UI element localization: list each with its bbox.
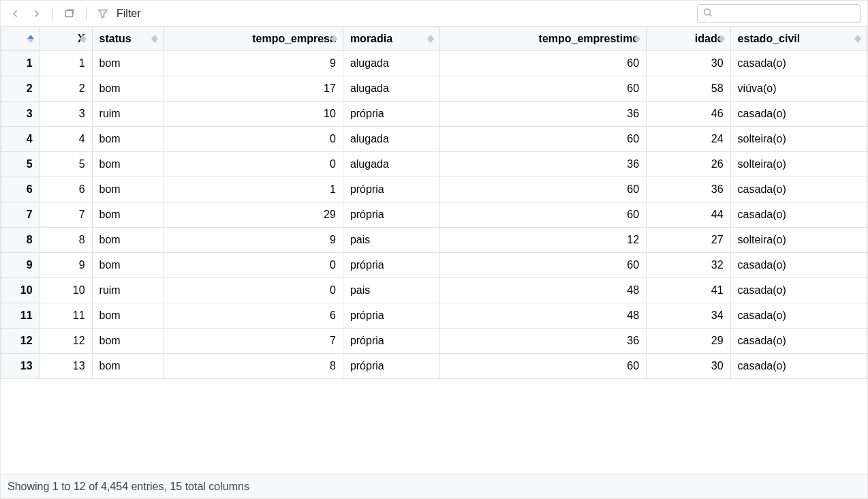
table-row[interactable]: 77bom29própria6044casada(o) bbox=[1, 202, 867, 228]
data-table: X status tempo_empresa moradia tempo_emp… bbox=[1, 27, 867, 379]
table-viewport[interactable]: X status tempo_empresa moradia tempo_emp… bbox=[1, 27, 867, 474]
table-body: 11bom9alugada6030casada(o)22bom17alugada… bbox=[1, 51, 867, 379]
table-row[interactable]: 99bom0própria6032casada(o) bbox=[1, 253, 867, 278]
cell-estado_civil: casada(o) bbox=[730, 354, 867, 379]
cell-status: bom bbox=[92, 152, 164, 177]
cell-estado_civil: solteira(o) bbox=[730, 228, 867, 253]
cell-tempo_empresa: 1 bbox=[164, 177, 343, 202]
cell-tempo_empresa: 0 bbox=[164, 253, 343, 278]
cell-tempo_empresa: 0 bbox=[164, 152, 343, 177]
cell-tempo_emprestimo: 60 bbox=[439, 76, 647, 102]
cell-tempo_emprestimo: 60 bbox=[439, 253, 647, 278]
column-label: moradia bbox=[350, 33, 392, 44]
cell-tempo_empresa: 9 bbox=[164, 228, 343, 253]
cell-status: bom bbox=[92, 127, 164, 152]
cell-tempo_emprestimo: 36 bbox=[439, 152, 647, 177]
cell-idade: 30 bbox=[647, 354, 730, 379]
cell-idade: 26 bbox=[647, 152, 730, 177]
cell-estado_civil: casada(o) bbox=[730, 303, 867, 329]
cell-moradia: alugada bbox=[343, 152, 439, 177]
cell-rownum: 2 bbox=[1, 76, 40, 102]
column-header-status[interactable]: status bbox=[92, 27, 164, 51]
cell-rownum: 4 bbox=[1, 127, 40, 152]
cell-estado_civil: casada(o) bbox=[730, 278, 867, 303]
table-row[interactable]: 88bom9pais1227solteira(o) bbox=[1, 228, 867, 253]
cell-estado_civil: casada(o) bbox=[730, 51, 867, 76]
cell-moradia: própria bbox=[343, 329, 439, 354]
column-header-moradia[interactable]: moradia bbox=[343, 27, 439, 51]
cell-idade: 29 bbox=[647, 329, 730, 354]
column-label: tempo_empresa bbox=[252, 33, 336, 44]
cell-moradia: própria bbox=[343, 303, 439, 329]
open-in-window-button[interactable] bbox=[61, 5, 78, 22]
cell-x: 7 bbox=[40, 202, 92, 228]
cell-estado_civil: viúva(o) bbox=[730, 76, 867, 102]
cell-idade: 32 bbox=[647, 253, 730, 278]
cell-status: bom bbox=[92, 76, 164, 102]
table-row[interactable]: 1111bom6própria4834casada(o) bbox=[1, 303, 867, 329]
cell-x: 2 bbox=[40, 76, 92, 102]
column-header-idade[interactable]: idade bbox=[647, 27, 730, 51]
cell-idade: 24 bbox=[647, 127, 730, 152]
cell-x: 8 bbox=[40, 228, 92, 253]
cell-tempo_emprestimo: 12 bbox=[439, 228, 647, 253]
table-row[interactable]: 1212bom7própria3629casada(o) bbox=[1, 329, 867, 354]
cell-x: 12 bbox=[40, 329, 92, 354]
cell-idade: 44 bbox=[647, 202, 730, 228]
toolbar-separator bbox=[52, 7, 53, 20]
cell-tempo_empresa: 6 bbox=[164, 303, 343, 329]
table-row[interactable]: 22bom17alugada6058viúva(o) bbox=[1, 76, 867, 102]
filter-icon[interactable] bbox=[95, 5, 111, 22]
cell-estado_civil: solteira(o) bbox=[730, 127, 867, 152]
table-row[interactable]: 44bom0alugada6024solteira(o) bbox=[1, 127, 867, 152]
search-input[interactable] bbox=[697, 4, 861, 23]
table-row[interactable]: 1313bom8própria6030casada(o) bbox=[1, 354, 867, 379]
cell-x: 4 bbox=[40, 127, 92, 152]
cell-status: bom bbox=[92, 202, 164, 228]
table-header-row: X status tempo_empresa moradia tempo_emp… bbox=[1, 27, 867, 51]
cell-status: bom bbox=[92, 354, 164, 379]
cell-idade: 27 bbox=[647, 228, 730, 253]
cell-estado_civil: casada(o) bbox=[730, 253, 867, 278]
filter-button[interactable]: Filter bbox=[117, 7, 141, 20]
column-header-estado_civil[interactable]: estado_civil bbox=[730, 27, 867, 51]
cell-moradia: alugada bbox=[343, 127, 439, 152]
cell-status: bom bbox=[92, 51, 164, 76]
cell-idade: 30 bbox=[647, 51, 730, 76]
cell-idade: 58 bbox=[647, 76, 730, 102]
cell-tempo_empresa: 9 bbox=[164, 51, 343, 76]
toolbar-separator bbox=[86, 7, 87, 20]
cell-tempo_emprestimo: 60 bbox=[439, 127, 647, 152]
column-header-tempo_empresa[interactable]: tempo_empresa bbox=[164, 27, 343, 51]
cell-status: bom bbox=[92, 177, 164, 202]
table-row[interactable]: 1010ruim0pais4841casada(o) bbox=[1, 278, 867, 303]
cell-estado_civil: casada(o) bbox=[730, 102, 867, 127]
cell-x: 13 bbox=[40, 354, 92, 379]
svg-point-1 bbox=[704, 9, 711, 15]
cell-estado_civil: casada(o) bbox=[730, 202, 867, 228]
table-row[interactable]: 11bom9alugada6030casada(o) bbox=[1, 51, 867, 76]
table-row[interactable]: 55bom0alugada3626solteira(o) bbox=[1, 152, 867, 177]
cell-idade: 41 bbox=[647, 278, 730, 303]
cell-tempo_empresa: 0 bbox=[164, 127, 343, 152]
cell-x: 5 bbox=[40, 152, 92, 177]
cell-tempo_empresa: 10 bbox=[164, 102, 343, 127]
cell-tempo_empresa: 8 bbox=[164, 354, 343, 379]
cell-rownum: 11 bbox=[1, 303, 40, 329]
nav-back-button[interactable] bbox=[7, 5, 24, 22]
table-row[interactable]: 66bom1própria6036casada(o) bbox=[1, 177, 867, 202]
cell-status: bom bbox=[92, 329, 164, 354]
cell-tempo_emprestimo: 60 bbox=[439, 177, 647, 202]
cell-tempo_emprestimo: 36 bbox=[439, 102, 647, 127]
cell-rownum: 9 bbox=[1, 253, 40, 278]
column-header-tempo_emprestimo[interactable]: tempo_emprestimo bbox=[439, 27, 647, 51]
cell-moradia: pais bbox=[343, 228, 439, 253]
cell-tempo_emprestimo: 60 bbox=[439, 51, 647, 76]
toolbar: Filter bbox=[1, 1, 867, 27]
table-row[interactable]: 33ruim10própria3646casada(o) bbox=[1, 102, 867, 127]
column-header-rownum[interactable] bbox=[1, 27, 40, 51]
cell-tempo_emprestimo: 48 bbox=[439, 303, 647, 329]
cell-status: bom bbox=[92, 303, 164, 329]
nav-forward-button[interactable] bbox=[28, 5, 44, 22]
column-header-x[interactable]: X bbox=[40, 27, 92, 51]
